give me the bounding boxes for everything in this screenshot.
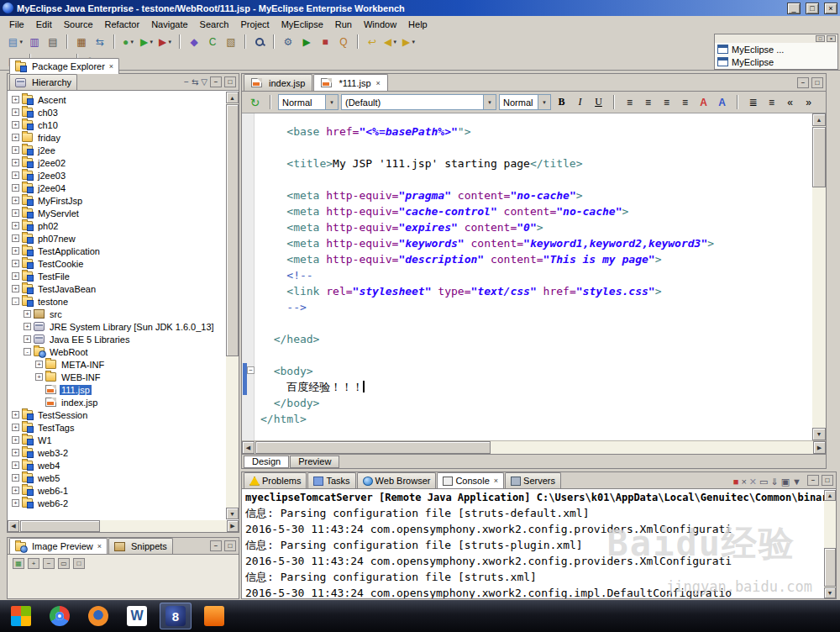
bold-button[interactable]: B xyxy=(554,94,570,110)
sync-deploy-icon[interactable]: ⇆ xyxy=(91,34,109,50)
font-select[interactable]: (Default)▼ xyxy=(341,94,496,110)
expand-icon[interactable]: + xyxy=(12,272,19,280)
close-icon[interactable]: × xyxy=(827,35,836,42)
minimize-button[interactable]: _ xyxy=(787,3,801,14)
expand-icon[interactable]: + xyxy=(12,285,19,292)
tab-console[interactable]: Console× xyxy=(437,472,504,488)
expand-icon[interactable]: + xyxy=(12,121,19,129)
link-with-editor-icon[interactable]: ⇆ xyxy=(192,78,198,87)
tree-item-testfile[interactable]: +TestFile xyxy=(8,270,225,282)
menu-edit[interactable]: Edit xyxy=(30,18,58,31)
title-bar[interactable]: MyEclipse Java Enterprise - testone/WebR… xyxy=(0,0,840,16)
dropdown-arrow-icon[interactable]: ▼ xyxy=(149,40,154,45)
debug-icon[interactable]: ●▼ xyxy=(119,34,138,50)
tree-item-myfirstjsp[interactable]: +MyFirstJsp xyxy=(8,194,225,207)
chevron-down-icon[interactable]: ▼ xyxy=(325,95,338,109)
highlight-color-icon[interactable]: A xyxy=(714,94,730,110)
clear-console-icon[interactable]: ▭ xyxy=(759,477,768,486)
maximize-icon[interactable]: □ xyxy=(224,540,236,551)
align-center-icon[interactable]: ≡ xyxy=(640,94,656,110)
expand-icon[interactable]: + xyxy=(12,146,19,154)
size-select[interactable]: Normal▼ xyxy=(499,94,551,110)
scroll-right-icon[interactable]: ▶ xyxy=(813,441,826,454)
tab-web-browser[interactable]: Web Browser xyxy=(357,472,437,488)
back-icon[interactable]: ◀▼ xyxy=(381,34,400,50)
chevron-down-icon[interactable]: ▼ xyxy=(538,95,550,109)
expand-icon[interactable]: + xyxy=(12,449,19,456)
scroll-down-icon[interactable]: ▼ xyxy=(824,587,836,598)
tree-item-ch10[interactable]: +ch10 xyxy=(8,118,225,131)
expand-icon[interactable]: + xyxy=(12,461,19,469)
dropdown-arrow-icon[interactable]: ▼ xyxy=(392,40,397,45)
maximize-icon[interactable]: □ xyxy=(224,76,236,87)
scroll-thumb[interactable] xyxy=(20,520,100,532)
tree-item-w1[interactable]: +W1 xyxy=(8,434,225,446)
expand-icon[interactable]: + xyxy=(24,335,31,343)
export-war-icon[interactable]: ▦ xyxy=(72,34,91,50)
editor-tab-111-jsp[interactable]: *111.jsp× xyxy=(313,74,387,91)
new-class-icon[interactable]: C xyxy=(203,34,222,50)
taskbar-firefox[interactable] xyxy=(82,603,114,629)
editor-hscrollbar[interactable]: ◀ ▶ xyxy=(242,440,826,454)
italic-button[interactable]: I xyxy=(572,94,588,110)
taskbar-chrome[interactable] xyxy=(44,603,76,629)
tree-item-testtags[interactable]: +TestTags xyxy=(8,421,225,434)
expand-icon[interactable]: + xyxy=(12,184,19,192)
new-wizard-icon[interactable]: ▤▼ xyxy=(7,34,25,50)
tab-snippets[interactable]: Snippets xyxy=(108,538,173,554)
tree-item-j2ee02[interactable]: +j2ee02 xyxy=(8,156,225,169)
minimize-icon[interactable]: − xyxy=(210,76,222,87)
minimize-icon[interactable]: − xyxy=(210,540,222,551)
tree-item-ph07new[interactable]: +ph07new xyxy=(8,232,225,245)
align-left-icon[interactable]: ≡ xyxy=(622,94,638,110)
run-server-icon[interactable]: ▶ xyxy=(297,34,316,50)
expand-icon[interactable]: + xyxy=(12,134,19,141)
align-justify-icon[interactable]: ≡ xyxy=(677,94,693,110)
expand-icon[interactable]: + xyxy=(12,424,19,431)
dropdown-arrow-icon[interactable]: ▼ xyxy=(411,40,416,45)
close-icon[interactable]: × xyxy=(109,62,113,71)
bulleted-list-icon[interactable]: ≡ xyxy=(764,94,780,110)
tree-item-web3-2[interactable]: +web3-2 xyxy=(8,446,225,459)
tree-item-testjavabean[interactable]: +TestJavaBean xyxy=(8,282,225,295)
tree-item-ascent[interactable]: +Ascent xyxy=(8,93,225,106)
menu-file[interactable]: File xyxy=(3,18,30,31)
maximize-icon[interactable]: □ xyxy=(811,77,823,88)
expand-icon[interactable]: + xyxy=(12,234,19,242)
expand-icon[interactable]: + xyxy=(24,310,31,318)
expand-icon[interactable]: + xyxy=(12,260,19,267)
scroll-down-icon[interactable]: ▼ xyxy=(226,508,239,519)
code-area[interactable]: − <base href="<%=basePath%>""> <title>My… xyxy=(242,113,826,440)
refresh-design-icon[interactable]: ↻ xyxy=(247,94,263,110)
editor-tab-index-jsp[interactable]: index.jsp xyxy=(244,74,312,91)
start-button[interactable] xyxy=(5,603,37,629)
fast-view-item[interactable]: MyEclipse ... xyxy=(715,43,837,55)
last-edit-location-icon[interactable]: ↩ xyxy=(363,34,381,50)
scroll-up-icon[interactable]: ▲ xyxy=(824,490,836,501)
expand-icon[interactable]: + xyxy=(12,222,19,229)
stop-server-icon[interactable]: ■ xyxy=(316,34,334,50)
forward-icon[interactable]: ▶▼ xyxy=(400,34,418,50)
expand-icon[interactable]: + xyxy=(12,499,19,507)
tab-problems[interactable]: Problems xyxy=(244,472,307,488)
restore-icon[interactable]: □ xyxy=(816,35,825,42)
editor-vscrollbar[interactable]: ▲ ▼ xyxy=(812,113,826,440)
console-output[interactable]: Baidu经验 jingyan.baidu.com 信息: Parsing co… xyxy=(242,505,824,598)
expand-icon[interactable]: + xyxy=(24,323,31,330)
scroll-right-icon[interactable]: ▶ xyxy=(227,520,239,532)
collapse-icon[interactable]: - xyxy=(24,348,31,356)
remove-launch-icon[interactable]: × xyxy=(741,477,746,486)
expand-icon[interactable]: + xyxy=(12,487,19,494)
tree-item-j2ee03[interactable]: +j2ee03 xyxy=(8,169,225,182)
close-icon[interactable]: × xyxy=(376,79,381,87)
code-editor[interactable]: <base href="<%=basePath%>""> <title>My J… xyxy=(255,113,812,440)
tree-item-jre-system-library-sun-jdk-1-6-0-13[interactable]: +JRE System Library [Sun JDK 1.6.0_13] xyxy=(8,320,225,333)
expand-icon[interactable]: + xyxy=(12,247,19,255)
tree-item-web6-1[interactable]: +web6-1 xyxy=(8,484,225,497)
new-package-icon[interactable]: ▧ xyxy=(222,34,240,50)
menu-run[interactable]: Run xyxy=(329,18,358,31)
tree-item-java-ee-5-libraries[interactable]: +Java EE 5 Libraries xyxy=(8,333,225,345)
pin-console-icon[interactable]: ▣ xyxy=(781,477,790,486)
menu-myeclipse[interactable]: MyEclipse xyxy=(276,18,329,31)
expand-icon[interactable]: + xyxy=(12,209,19,217)
